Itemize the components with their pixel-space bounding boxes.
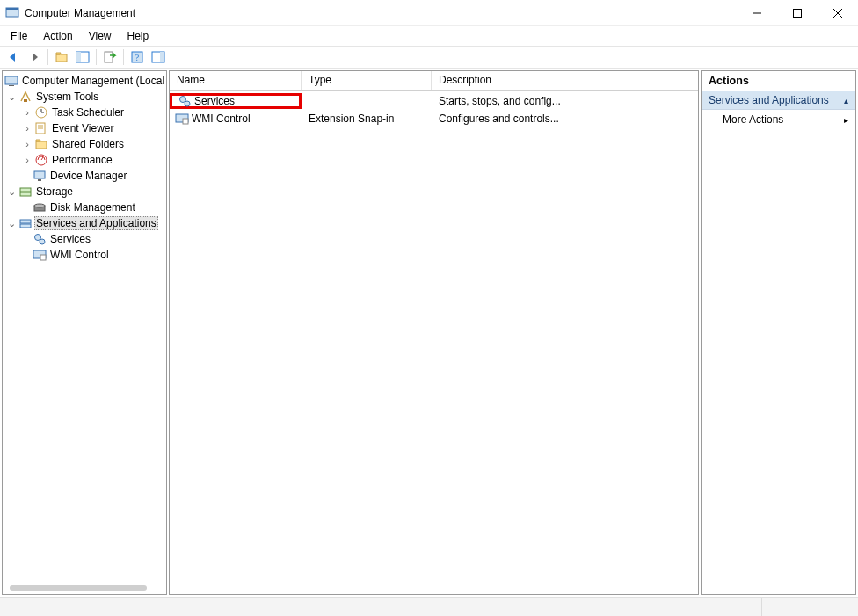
svg-rect-38 (40, 255, 46, 260)
details-list-pane: Name Type Description Services Starts, s… (169, 70, 699, 595)
svg-point-40 (185, 101, 190, 106)
performance-icon (34, 153, 48, 167)
storage-icon (18, 185, 33, 199)
gears-icon (178, 94, 192, 108)
chevron-right-icon[interactable]: › (22, 123, 33, 134)
tree-node-label: Event Viewer (50, 122, 115, 134)
menu-view[interactable]: View (82, 28, 119, 44)
shared-folders-icon (34, 137, 48, 151)
toolbar: ? (0, 46, 858, 69)
chevron-down-icon[interactable]: ⌄ (6, 186, 17, 197)
tree-node-label: Task Scheduler (50, 106, 126, 119)
column-header-description[interactable]: Description (432, 71, 698, 90)
svg-point-36 (40, 239, 45, 244)
event-viewer-icon (34, 121, 48, 135)
svg-point-35 (35, 235, 41, 241)
tree-node-event-viewer[interactable]: › Event Viewer (3, 120, 166, 136)
console-tree[interactable]: Computer Management (Local ⌄ System Tool… (3, 71, 166, 265)
svg-rect-30 (20, 192, 31, 196)
chevron-right-icon[interactable]: › (22, 107, 33, 118)
toolbar-export-button[interactable] (100, 47, 120, 67)
toolbar-back-button[interactable] (4, 47, 23, 67)
toolbar-tree-toggle-button[interactable] (73, 47, 92, 67)
wmi-icon (175, 112, 189, 126)
tree-node-label: Device Manager (48, 170, 128, 182)
svg-rect-16 (9, 85, 14, 86)
chevron-right-icon[interactable]: › (22, 139, 33, 149)
tree-node-label: Services (48, 233, 92, 245)
actions-section-header[interactable]: Services and Applications (702, 91, 855, 110)
list-item[interactable]: Services Starts, stops, and config... (170, 92, 698, 110)
svg-rect-28 (38, 179, 41, 181)
svg-rect-17 (24, 99, 27, 102)
menu-action[interactable]: Action (36, 28, 79, 44)
tree-node-label: Shared Folders (50, 138, 126, 150)
close-button[interactable] (818, 0, 858, 26)
horizontal-scrollbar[interactable] (10, 585, 147, 591)
minimize-button[interactable] (737, 0, 777, 26)
tree-node-task-scheduler[interactable]: › Task Scheduler (3, 105, 166, 120)
list-cell-name: WMI Control (192, 112, 251, 125)
svg-rect-27 (34, 171, 45, 178)
chevron-down-icon[interactable]: ⌄ (6, 218, 17, 228)
chevron-right-icon (844, 113, 848, 126)
menu-file[interactable]: File (4, 28, 34, 44)
tree-node-storage[interactable]: ⌄ Storage (3, 184, 166, 199)
list-cell-description: Starts, stops, and config... (432, 95, 698, 107)
window-title: Computer Management (25, 7, 135, 19)
tree-node-root[interactable]: Computer Management (Local (3, 73, 166, 89)
svg-rect-7 (56, 54, 67, 62)
toolbar-up-button[interactable] (52, 47, 71, 67)
svg-rect-42 (183, 119, 188, 124)
main-panes: Computer Management (Local ⌄ System Tool… (0, 69, 858, 597)
tree-node-label: Disk Management (48, 201, 137, 214)
tree-node-label: System Tools (34, 91, 100, 103)
chevron-down-icon[interactable]: ⌄ (6, 91, 17, 102)
menubar: File Action View Help (0, 26, 858, 46)
svg-point-32 (34, 204, 45, 207)
maximize-button[interactable] (777, 0, 818, 26)
tree-node-performance[interactable]: › Performance (3, 152, 166, 168)
svg-point-39 (180, 97, 186, 103)
tree-node-system-tools[interactable]: ⌄ System Tools (3, 89, 166, 105)
svg-rect-24 (36, 141, 47, 149)
chevron-right-icon[interactable]: › (22, 155, 33, 165)
svg-rect-2 (10, 18, 15, 18)
tree-node-shared-folders[interactable]: › Shared Folders (3, 136, 166, 152)
actions-item-label: More Actions (723, 113, 783, 126)
column-header-name[interactable]: Name (170, 71, 302, 90)
toolbar-separator (47, 49, 48, 65)
device-manager-icon (33, 169, 47, 183)
svg-rect-33 (20, 220, 31, 223)
tree-node-label: Storage (34, 185, 75, 198)
actions-pane-title: Actions (702, 71, 855, 91)
list-item[interactable]: WMI Control Extension Snap-in Configures… (170, 110, 698, 127)
toolbar-action-toggle-button[interactable] (149, 47, 168, 67)
actions-section-label: Services and Applications (709, 94, 829, 106)
tree-node-services-and-applications[interactable]: ⌄ Services and Applications (3, 215, 166, 231)
menu-help[interactable]: Help (120, 28, 156, 44)
tree-node-label: Services and Applications (34, 216, 158, 230)
clock-icon (34, 105, 48, 120)
tree-node-services[interactable]: Services (3, 231, 166, 247)
column-header-type[interactable]: Type (302, 71, 432, 90)
disk-management-icon (33, 200, 47, 214)
wmi-icon (33, 248, 47, 262)
tree-node-device-manager[interactable]: Device Manager (3, 168, 166, 184)
highlight-annotation: Services (170, 93, 302, 109)
tree-node-disk-management[interactable]: Disk Management (3, 199, 166, 215)
toolbar-help-button[interactable]: ? (127, 47, 147, 67)
svg-rect-4 (794, 9, 802, 17)
actions-more-actions[interactable]: More Actions (702, 110, 855, 129)
computer-mgmt-icon (4, 74, 18, 88)
svg-rect-9 (76, 52, 81, 62)
chevron-up-icon (844, 94, 848, 106)
list-header: Name Type Description (170, 71, 698, 91)
tree-node-wmi-control[interactable]: WMI Control (3, 247, 166, 263)
svg-rect-1 (6, 8, 18, 10)
tree-node-label: Computer Management (Local (20, 75, 166, 87)
app-icon (5, 6, 19, 20)
toolbar-forward-button[interactable] (25, 47, 44, 67)
svg-text:?: ? (135, 53, 140, 62)
system-tools-icon (18, 90, 33, 104)
